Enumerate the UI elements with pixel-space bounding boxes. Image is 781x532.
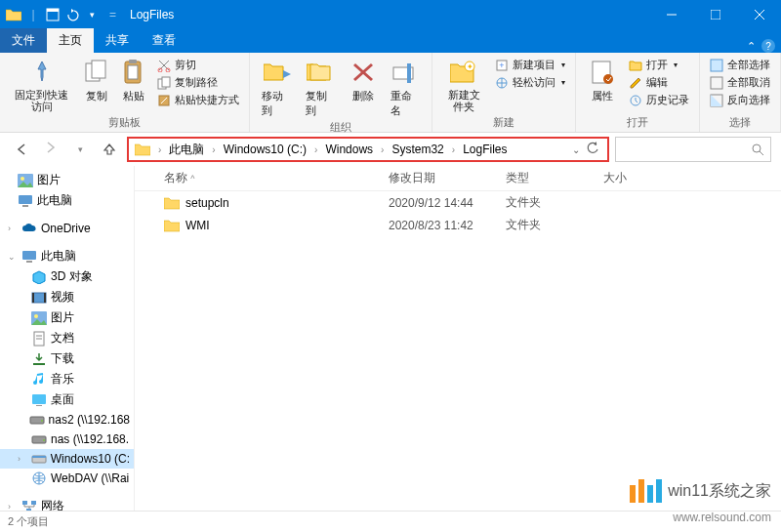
nav-videos[interactable]: 视频	[0, 287, 134, 307]
rename-button[interactable]: 重命名	[385, 55, 427, 118]
qat-dropdown-icon[interactable]: ▾	[84, 4, 100, 25]
help-icon[interactable]: ?	[761, 39, 775, 53]
column-headers: 名称 ^ 修改日期 类型 大小	[135, 166, 781, 191]
easy-access-button[interactable]: 轻松访问▾	[491, 74, 569, 91]
breadcrumb-seg[interactable]: 此电脑	[167, 142, 206, 158]
refresh-icon[interactable]	[586, 142, 599, 158]
nav-nas2[interactable]: nas2 (\\192.168	[0, 410, 134, 430]
column-type[interactable]: 类型	[496, 170, 594, 186]
address-dropdown-icon[interactable]: ⌄	[572, 144, 580, 155]
nav-windows10-c[interactable]: › Windows10 (C:	[0, 449, 134, 469]
maximize-button[interactable]	[693, 0, 737, 29]
breadcrumb-seg[interactable]: Windows	[323, 143, 375, 156]
properties-button[interactable]: 属性	[582, 55, 623, 103]
close-button[interactable]	[737, 0, 781, 29]
nav-onedrive[interactable]: › OneDrive	[0, 219, 134, 238]
invert-selection-button[interactable]: 反向选择	[706, 92, 774, 108]
column-date[interactable]: 修改日期	[379, 170, 496, 186]
file-date: 2020/9/12 14:44	[379, 196, 496, 210]
nav-desktop[interactable]: 桌面	[0, 389, 134, 410]
select-none-button[interactable]: 全部取消	[706, 74, 774, 91]
nav-nas[interactable]: nas (\\192.168.	[0, 430, 134, 449]
chevron-right-icon[interactable]: ›	[208, 144, 219, 155]
file-row[interactable]: WMI 2020/8/23 11:42 文件夹	[135, 214, 781, 236]
svg-rect-3	[711, 10, 720, 20]
history-button[interactable]: 历史记录	[625, 92, 693, 108]
svg-rect-39	[32, 293, 46, 303]
svg-point-51	[41, 420, 43, 422]
undo-qat-icon[interactable]	[64, 4, 80, 25]
paste-button[interactable]: 粘贴	[116, 55, 151, 103]
edit-button[interactable]: 编辑	[625, 74, 693, 91]
copy-button[interactable]: 复制	[79, 55, 114, 103]
svg-rect-57	[22, 501, 27, 505]
cut-button[interactable]: 剪切	[153, 57, 243, 73]
column-size[interactable]: 大小	[594, 170, 672, 186]
back-button[interactable]	[10, 138, 33, 161]
file-type: 文件夹	[496, 194, 594, 211]
window-title: LogFiles	[128, 8, 649, 21]
svg-line-32	[760, 151, 763, 155]
svg-rect-49	[36, 405, 42, 406]
breadcrumb-seg[interactable]: System32	[390, 143, 445, 156]
move-to-button[interactable]: 移动到	[256, 55, 298, 118]
svg-point-53	[43, 439, 45, 441]
nav-music[interactable]: 音乐	[0, 369, 134, 389]
breadcrumb-seg[interactable]: Windows10 (C:)	[222, 143, 308, 156]
svg-rect-59	[26, 509, 31, 512]
qat-sep-icon: |	[25, 4, 41, 25]
minimize-button[interactable]	[649, 0, 693, 29]
sort-indicator-icon: ^	[190, 174, 194, 184]
group-clipboard-label: 剪贴板	[6, 113, 243, 130]
new-folder-button[interactable]: ✦ 新建文件夹	[438, 55, 489, 112]
file-type: 文件夹	[496, 217, 594, 233]
file-name: WMI	[185, 219, 210, 232]
folder-icon	[164, 196, 180, 210]
tab-home[interactable]: 主页	[47, 28, 94, 53]
folder-icon	[135, 142, 150, 157]
svg-rect-1	[47, 9, 59, 12]
file-row[interactable]: setupcln 2020/9/12 14:44 文件夹	[135, 191, 781, 214]
nav-documents[interactable]: 文档	[0, 328, 134, 348]
breadcrumb[interactable]: › 此电脑 › Windows10 (C:) › Windows › Syste…	[127, 137, 609, 162]
chevron-right-icon[interactable]: ›	[310, 144, 321, 155]
watermark-url: www.relsound.com	[673, 511, 771, 524]
svg-rect-48	[32, 394, 46, 404]
delete-button[interactable]: 删除	[344, 55, 383, 103]
properties-qat-icon[interactable]	[45, 4, 61, 25]
tab-share[interactable]: 共享	[94, 28, 141, 53]
group-new-label: 新建	[438, 113, 569, 130]
search-input[interactable]	[615, 137, 771, 162]
nav-this-pc[interactable]: ⌄ 此电脑	[0, 246, 134, 266]
column-name[interactable]: 名称 ^	[154, 170, 379, 186]
select-all-button[interactable]: 全部选择	[706, 57, 774, 73]
folder-icon	[164, 219, 180, 232]
nav-downloads[interactable]: 下载	[0, 348, 134, 369]
nav-pictures[interactable]: 图片	[0, 170, 134, 190]
paste-shortcut-button[interactable]: 粘贴快捷方式	[153, 92, 243, 108]
ribbon-tabs: 文件 主页 共享 查看 ⌃ ?	[0, 29, 781, 53]
new-item-button[interactable]: + 新建项目▾	[491, 57, 569, 73]
forward-button[interactable]	[39, 138, 62, 161]
up-button[interactable]	[98, 138, 121, 161]
tab-file[interactable]: 文件	[0, 28, 47, 53]
nav-webdav[interactable]: WebDAV (\\Rai	[0, 469, 134, 488]
pin-button[interactable]: 固定到快速访问	[6, 55, 77, 112]
open-button[interactable]: 打开▾	[625, 57, 693, 73]
breadcrumb-seg[interactable]: LogFiles	[461, 143, 509, 156]
nav-network[interactable]: › 网络	[0, 496, 134, 511]
copy-path-button[interactable]: 复制路径	[153, 74, 243, 91]
chevron-right-icon[interactable]: ›	[448, 144, 459, 155]
watermark-logo: win11系统之家	[630, 479, 771, 503]
chevron-right-icon[interactable]: ›	[154, 144, 165, 155]
chevron-right-icon[interactable]: ›	[377, 144, 388, 155]
svg-point-26	[603, 74, 613, 84]
recent-dropdown[interactable]: ▾	[68, 138, 92, 161]
ribbon-collapse-icon[interactable]: ⌃	[747, 40, 756, 53]
tab-view[interactable]: 查看	[141, 28, 187, 53]
nav-this-pc-quick[interactable]: 此电脑	[0, 190, 134, 211]
svg-rect-14	[162, 77, 170, 87]
nav-pictures-sub[interactable]: 图片	[0, 307, 134, 328]
copy-to-button[interactable]: 复制到	[300, 55, 342, 118]
nav-3d-objects[interactable]: 3D 对象	[0, 266, 134, 287]
